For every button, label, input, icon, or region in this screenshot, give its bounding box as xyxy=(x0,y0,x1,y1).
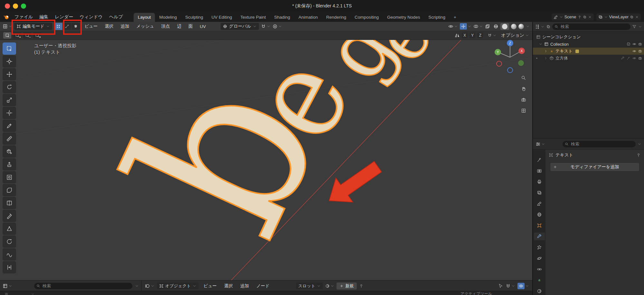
hide-eye-icon[interactable] xyxy=(632,42,636,46)
shading-wireframe-button[interactable] xyxy=(493,24,498,29)
close-icon[interactable] xyxy=(588,15,592,19)
gizmo-minus-x-axis[interactable] xyxy=(497,61,502,66)
pin-icon[interactable] xyxy=(636,153,641,157)
render-camera-icon[interactable] xyxy=(638,56,642,60)
disclosure-chevron-icon[interactable] xyxy=(544,56,548,60)
workspace-tab-scripting[interactable]: Scripting xyxy=(424,13,450,22)
mirror-y-toggle[interactable]: Y xyxy=(469,32,475,38)
tab-scene[interactable] xyxy=(534,200,545,207)
shader-type-dropdown[interactable]: オブジェクト xyxy=(157,282,199,289)
workspace-tab-rendering[interactable]: Rendering xyxy=(322,13,350,22)
menu-node[interactable]: ノード xyxy=(254,282,272,290)
workspace-tab-animation[interactable]: Animation xyxy=(294,13,322,22)
editor-icon[interactable] xyxy=(5,292,8,295)
shading-rendered-button[interactable] xyxy=(518,24,524,29)
tool-annotate[interactable] xyxy=(3,120,16,132)
overlays-toggle[interactable] xyxy=(473,24,483,29)
tab-material[interactable] xyxy=(534,287,545,295)
menu-add[interactable]: 追加 xyxy=(118,23,132,30)
proportional-edit-toggle[interactable] xyxy=(272,24,282,29)
zoom-button[interactable] xyxy=(519,73,528,82)
select-set-button[interactable] xyxy=(3,32,11,39)
new-scene-icon[interactable] xyxy=(583,15,587,19)
chevron-down-icon[interactable] xyxy=(638,25,642,29)
workspace-tab-shading[interactable]: Shading xyxy=(270,13,294,22)
hide-eye-icon[interactable] xyxy=(632,56,636,60)
menu-help[interactable]: ヘルプ xyxy=(106,13,126,21)
tool-knife[interactable] xyxy=(3,210,16,222)
camera-view-button[interactable] xyxy=(519,95,528,104)
workspace-tab-modeling[interactable]: Modeling xyxy=(155,13,181,22)
tab-physics[interactable] xyxy=(534,254,545,262)
xray-toggle-icon[interactable] xyxy=(485,24,490,29)
workspace-tab-compositing[interactable]: Compositing xyxy=(350,13,383,22)
filter-funnel-icon[interactable] xyxy=(632,24,637,29)
snap-toggle[interactable] xyxy=(261,24,270,29)
transform-orientation-dropdown[interactable]: グローバル xyxy=(221,23,259,30)
tool-edge-slide[interactable] xyxy=(3,261,16,273)
tool-inset-faces[interactable] xyxy=(3,171,16,183)
close-icon[interactable] xyxy=(635,15,639,19)
menu-face[interactable]: 面 xyxy=(186,23,195,30)
tool-scale[interactable] xyxy=(3,94,16,106)
viewport-3d[interactable]: b e g e ユーザー・透視投影 (1) テキスト xyxy=(0,40,532,280)
menu-edge[interactable]: 辺 xyxy=(175,23,184,30)
workspace-tab-sculpting[interactable]: Sculpting xyxy=(181,13,207,22)
chevron-down-icon[interactable] xyxy=(135,284,139,288)
gizmo-minus-z-axis[interactable] xyxy=(507,68,513,73)
tool-poly-build[interactable] xyxy=(3,223,16,235)
tab-object-data[interactable] xyxy=(534,276,545,284)
gizmo-minus-y-axis[interactable] xyxy=(518,60,524,66)
render-camera-icon[interactable] xyxy=(638,49,642,53)
workspace-tab-layout[interactable]: Layout xyxy=(134,13,155,22)
tool-loop-cut[interactable] xyxy=(3,197,16,209)
tool-rotate[interactable] xyxy=(3,81,16,93)
add-modifier-button[interactable]: モディファイアーを追加 xyxy=(550,162,639,171)
tool-spin[interactable] xyxy=(3,235,16,248)
vertex-select-button[interactable] xyxy=(54,23,62,30)
dope-sheet-search-input[interactable] xyxy=(34,283,132,289)
pin-icon[interactable] xyxy=(359,284,364,288)
tool-add-cube[interactable] xyxy=(3,145,16,158)
tool-smooth[interactable] xyxy=(3,248,16,261)
chevron-down-icon[interactable] xyxy=(638,142,641,146)
tab-object[interactable] xyxy=(534,222,545,229)
viewlayer-selector[interactable]: ViewLayer xyxy=(596,14,641,21)
menu-vertex[interactable]: 頂点 xyxy=(159,23,173,30)
navigation-gizmo[interactable]: Z Y X xyxy=(491,40,529,77)
chevron-down-icon[interactable] xyxy=(31,292,35,295)
workspace-tab-geometry-nodes[interactable]: Geometry Nodes xyxy=(383,13,424,22)
pan-hand-button[interactable] xyxy=(519,84,528,93)
tool-icon[interactable] xyxy=(627,56,630,60)
cursor-arrow-icon[interactable] xyxy=(498,283,503,289)
disclosure-chevron-icon[interactable] xyxy=(539,42,543,46)
options-dropdown[interactable]: オプション xyxy=(501,32,529,38)
mirror-x-toggle[interactable]: X xyxy=(462,32,468,38)
menu-view[interactable]: ビュー xyxy=(201,282,219,290)
tab-tool[interactable] xyxy=(534,156,545,164)
workspace-tab-texture-paint[interactable]: Texture Paint xyxy=(236,13,270,22)
menu-add[interactable]: 追加 xyxy=(238,282,251,290)
tab-render[interactable] xyxy=(534,167,545,175)
menu-uv[interactable]: UV xyxy=(197,23,209,30)
hide-eye-icon[interactable] xyxy=(632,49,636,53)
text-object-beige[interactable]: b e g e xyxy=(81,40,449,268)
new-material-button[interactable]: 新規 xyxy=(336,282,357,290)
workspace-tab-uv-editing[interactable]: UV Editing xyxy=(207,13,236,22)
tab-output[interactable] xyxy=(534,178,545,186)
modifier-wrench-icon[interactable] xyxy=(621,56,625,60)
chevron-down-icon[interactable] xyxy=(526,24,530,28)
snap-options[interactable] xyxy=(488,33,497,38)
outliner-search-input[interactable] xyxy=(552,23,630,30)
tool-measure[interactable] xyxy=(3,133,16,145)
blender-logo-icon[interactable] xyxy=(3,14,10,20)
shading-solid-button[interactable] xyxy=(500,23,509,30)
tab-constraints[interactable] xyxy=(534,265,545,273)
tool-move[interactable] xyxy=(3,68,16,80)
menu-select[interactable]: 選択 xyxy=(222,282,235,290)
editor-type-selector[interactable] xyxy=(3,24,12,29)
tool-transform[interactable] xyxy=(3,107,16,119)
outliner-row-text-object[interactable]: テキスト xyxy=(533,48,644,55)
overlays-toggle[interactable] xyxy=(517,283,529,289)
editor-type-selector[interactable] xyxy=(145,283,155,289)
